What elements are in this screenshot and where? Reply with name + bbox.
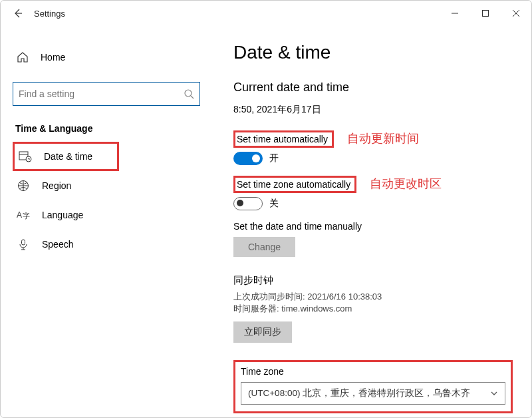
timezone-select[interactable]: (UTC+08:00) 北京，重庆，香港特别行政区，乌鲁木齐 bbox=[241, 382, 505, 405]
sync-clock-section: 同步时钟 上次成功同步时间: 2021/6/16 10:38:03 时间服务器:… bbox=[233, 274, 511, 343]
sync-now-button[interactable]: 立即同步 bbox=[233, 321, 292, 343]
sidebar-item-label: Region bbox=[42, 180, 71, 191]
sidebar-item-speech[interactable]: Speech bbox=[13, 230, 200, 259]
window-controls bbox=[440, 1, 531, 25]
minimize-icon bbox=[451, 9, 459, 17]
annotation-auto-tz: 自动更改时区 bbox=[370, 177, 442, 190]
sidebar-item-label: Language bbox=[42, 210, 83, 220]
toggle-on-label: 开 bbox=[269, 152, 279, 164]
globe-icon bbox=[17, 180, 30, 192]
set-time-auto-label: Set time automatically bbox=[233, 130, 334, 148]
set-tz-auto-row: Set time zone automatically 自动更改时区 bbox=[233, 176, 511, 193]
sync-heading: 同步时钟 bbox=[233, 274, 511, 287]
svg-rect-0 bbox=[483, 11, 489, 17]
sidebar-section-label: Time & Language bbox=[13, 123, 200, 134]
annotation-auto-time: 自动更新时间 bbox=[347, 132, 419, 145]
sidebar-item-region[interactable]: Region bbox=[13, 171, 200, 200]
chevron-down-icon bbox=[490, 389, 498, 397]
content-pane: Date & time Current date and time 8:50, … bbox=[213, 26, 531, 417]
svg-rect-7 bbox=[22, 240, 25, 245]
maximize-icon bbox=[481, 9, 489, 17]
calendar-clock-icon bbox=[19, 150, 32, 162]
toggle-set-time-auto[interactable] bbox=[233, 152, 263, 165]
window-title: Settings bbox=[34, 9, 65, 19]
sidebar-item-language[interactable]: A字 Language bbox=[13, 200, 200, 230]
sidebar-home-label: Home bbox=[41, 52, 65, 63]
search-input[interactable] bbox=[19, 89, 184, 99]
search-icon bbox=[184, 89, 194, 99]
timezone-section: Time zone (UTC+08:00) 北京，重庆，香港特别行政区，乌鲁木齐 bbox=[233, 360, 513, 413]
titlebar: Settings bbox=[1, 1, 531, 26]
sync-last: 上次成功同步时间: 2021/6/16 10:38:03 bbox=[233, 291, 511, 303]
svg-text:字: 字 bbox=[23, 212, 30, 220]
sidebar: Home Time & Language Date & time Reg bbox=[1, 26, 213, 417]
minimize-button[interactable] bbox=[440, 1, 470, 25]
section-current-title: Current date and time bbox=[233, 81, 511, 95]
language-icon: A字 bbox=[17, 209, 30, 221]
close-icon bbox=[512, 9, 520, 17]
microphone-icon bbox=[17, 238, 30, 250]
timezone-label: Time zone bbox=[241, 366, 505, 377]
toggle-off-label: 关 bbox=[269, 198, 279, 210]
sidebar-item-date-time[interactable]: Date & time bbox=[13, 142, 119, 171]
sidebar-home[interactable]: Home bbox=[13, 46, 200, 69]
settings-window: Settings Home bbox=[0, 0, 532, 418]
current-datetime: 8:50, 2021年6月17日 bbox=[233, 104, 511, 116]
home-icon bbox=[17, 51, 29, 63]
set-time-auto-row: Set time automatically 自动更新时间 bbox=[233, 130, 511, 148]
svg-point-1 bbox=[185, 90, 192, 97]
search-box[interactable] bbox=[13, 82, 200, 106]
manual-set-label: Set the date and time manually bbox=[233, 221, 511, 232]
arrow-left-icon bbox=[13, 8, 23, 19]
timezone-value: (UTC+08:00) 北京，重庆，香港特别行政区，乌鲁木齐 bbox=[248, 387, 470, 399]
svg-text:A: A bbox=[17, 210, 22, 220]
close-button[interactable] bbox=[501, 1, 531, 25]
back-button[interactable] bbox=[11, 7, 25, 20]
toggle-set-tz-auto[interactable] bbox=[233, 197, 263, 210]
change-button[interactable]: Change bbox=[233, 237, 295, 257]
sync-server: 时间服务器: time.windows.com bbox=[233, 303, 511, 315]
set-tz-auto-label: Set time zone automatically bbox=[233, 176, 356, 193]
maximize-button[interactable] bbox=[470, 1, 501, 25]
sidebar-item-label: Speech bbox=[42, 239, 73, 250]
page-title: Date & time bbox=[233, 42, 511, 63]
sidebar-item-label: Date & time bbox=[44, 151, 92, 162]
